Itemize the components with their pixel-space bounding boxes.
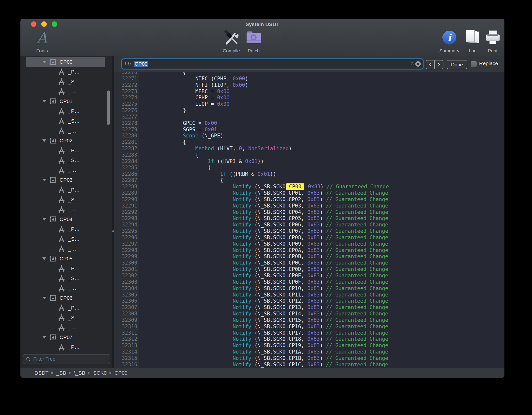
sidebar-item-cp03[interactable]: CP03 — [20, 175, 112, 185]
sidebar-item-cp02[interactable]: CP02 — [20, 136, 112, 146]
sidebar-child-item[interactable]: _… — [20, 165, 112, 175]
sidebar-child-item[interactable]: _S… — [20, 116, 112, 126]
line-number: 32299 — [114, 253, 139, 260]
device-icon — [50, 295, 57, 301]
replace-checkbox[interactable] — [471, 61, 477, 67]
clear-search-icon[interactable] — [415, 61, 421, 67]
code-line: 32297 Notify (\_SB.SCK0.CP09, 0x83) // G… — [114, 241, 504, 247]
method-icon — [58, 118, 65, 124]
sidebar-child-item[interactable]: _S… — [20, 77, 112, 87]
code-line: 32278 GPEC = 0x00 — [114, 120, 504, 127]
breadcrumb-item[interactable]: SCK0 — [93, 370, 107, 376]
line-number: 32272 — [114, 82, 139, 89]
sidebar-child-item[interactable]: _S… — [20, 234, 112, 244]
sidebar-item-label: _P… — [68, 187, 80, 193]
code-text: { — [139, 152, 198, 158]
fonts-icon: A — [37, 30, 47, 45]
sidebar-item-cp07[interactable]: CP07 — [20, 332, 112, 342]
disclosure-triangle-icon[interactable] — [42, 257, 46, 260]
line-number: 32293 — [114, 215, 139, 222]
status-bar: DSDT_SB\_SBSCK0CP00 — [20, 368, 504, 378]
sidebar-child-item[interactable]: _P… — [20, 303, 112, 313]
code-text: } — [139, 107, 186, 114]
chevron-left-icon — [428, 62, 432, 67]
sidebar-child-item[interactable]: _… — [20, 283, 112, 293]
sidebar-child-item[interactable]: _S… — [20, 155, 112, 165]
code-text: Notify (\_SB.SCK0.CP0B, 0x83) // Guarant… — [139, 253, 388, 260]
sidebar-item-cp01[interactable]: CP01 — [20, 96, 112, 106]
disclosure-triangle-icon[interactable] — [42, 297, 46, 299]
line-number: 32284 — [114, 158, 139, 165]
disclosure-triangle-icon[interactable] — [42, 336, 46, 339]
method-icon — [58, 78, 65, 85]
code-text: Notify (\_SB.SCK0.CP1B, 0x83) // Guarant… — [139, 355, 388, 362]
sidebar-child-item[interactable]: _… — [20, 244, 112, 254]
filter-placeholder: Filter Tree — [33, 356, 55, 362]
code-line: 32284 If ((HWPI & 0x01)) — [114, 158, 504, 165]
code-line: 32314 Notify (\_SB.SCK0.CP1A, 0x83) // G… — [114, 349, 504, 355]
disclosure-triangle-icon[interactable] — [42, 139, 46, 142]
code-text: Notify (\_SB.SCK0.CP06, 0x83) // Guarant… — [139, 222, 388, 228]
sidebar-child-item[interactable]: _P… — [20, 67, 112, 77]
sidebar-child-item[interactable]: _P… — [20, 224, 112, 234]
breadcrumb-separator-icon — [110, 371, 111, 374]
sidebar-child-item[interactable]: _… — [20, 205, 112, 214]
dsdt-tree: CP00_P…_S…_…CP01_P…_S…_…CP02_P…_S…_…CP03… — [20, 57, 112, 358]
sidebar-child-item[interactable]: _S… — [20, 195, 112, 205]
find-next-button[interactable] — [435, 60, 443, 69]
sidebar-item-label: _S… — [68, 79, 80, 85]
patch-button[interactable]: Patch — [238, 29, 270, 54]
sidebar-child-item[interactable]: _… — [20, 323, 112, 332]
filter-tree-input[interactable]: Filter Tree — [23, 354, 110, 364]
sidebar-item-cp04[interactable]: CP04 — [20, 214, 112, 224]
replace-label: Replace — [479, 60, 498, 66]
breadcrumb-item[interactable]: CP00 — [114, 370, 127, 376]
disclosure-triangle-icon[interactable] — [42, 61, 46, 63]
code-text: Notify (\_SB.SCK0.CP19, 0x83) // Guarant… — [139, 342, 388, 349]
print-button[interactable]: Print — [477, 29, 504, 54]
disclosure-triangle-icon[interactable] — [42, 179, 46, 181]
sidebar-child-item[interactable]: _… — [20, 87, 112, 96]
sidebar-item-label: CP07 — [60, 334, 73, 340]
code-line: 32282 Method (HLVT, 0, NotSerialized) — [114, 146, 504, 152]
line-number: 32277 — [114, 114, 139, 120]
sidebar-child-item[interactable]: _S… — [20, 313, 112, 323]
sidebar-child-item[interactable]: _S… — [20, 273, 112, 283]
sidebar-item-label: _S… — [68, 197, 80, 203]
sidebar-item-label: CP03 — [60, 177, 73, 183]
method-icon — [58, 314, 65, 321]
code-text: Notify (\_SB.SCK0.CP11, 0x83) // Guarant… — [139, 292, 388, 298]
find-previous-button[interactable] — [426, 60, 435, 69]
done-button[interactable]: Done — [447, 60, 467, 69]
code-editor[interactable]: 32270 {32271 NTFC (CPHP, 0x00)32272 NTFI… — [114, 72, 504, 368]
method-icon — [58, 186, 65, 193]
disclosure-triangle-icon[interactable] — [42, 218, 46, 221]
sidebar-item-label: _S… — [68, 315, 80, 321]
sidebar-item-cp00[interactable]: CP00 — [20, 57, 112, 67]
breadcrumb-item[interactable]: \_SB — [74, 370, 85, 376]
sidebar-child-item[interactable]: _P… — [20, 342, 112, 352]
sidebar-scrollbar[interactable] — [107, 90, 110, 125]
sidebar-child-item[interactable]: _P… — [20, 264, 112, 273]
sidebar-child-item[interactable]: _P… — [20, 106, 112, 116]
disclosure-triangle-icon[interactable] — [42, 100, 46, 103]
sidebar-child-item[interactable]: _… — [20, 126, 112, 136]
find-input[interactable]: CP00 3 — [121, 59, 423, 69]
sidebar-item-label: _P… — [68, 108, 80, 114]
sidebar-child-item[interactable]: _P… — [20, 185, 112, 195]
sidebar-item-label: _P… — [68, 148, 80, 153]
line-number: 32313 — [114, 342, 139, 349]
breadcrumb-item[interactable]: DSDT — [34, 370, 48, 376]
code-line: 32288 Notify (\_SB.SCK0CP00 0x83) // Gua… — [114, 184, 504, 190]
sidebar-item-cp05[interactable]: CP05 — [20, 254, 112, 264]
fonts-button[interactable]: A Fonts — [26, 29, 58, 54]
device-icon — [50, 98, 57, 104]
code-text: Notify (\_SB.SCK0.CP09, 0x83) // Guarant… — [139, 241, 388, 247]
code-line: 32286 If ((PRBM & 0x01)) — [114, 171, 504, 178]
search-menu-icon[interactable] — [125, 61, 132, 67]
sidebar-item-cp06[interactable]: CP06 — [20, 293, 112, 303]
code-text: Notify (\_SB.SCK0.CP01, 0x83) // Guarant… — [139, 190, 388, 196]
breadcrumb-item[interactable]: _SB — [56, 370, 66, 376]
code-text: Notify (\_SB.SCK0CP00 0x83) // Guarantee… — [139, 184, 389, 190]
sidebar-child-item[interactable]: _P… — [20, 146, 112, 155]
